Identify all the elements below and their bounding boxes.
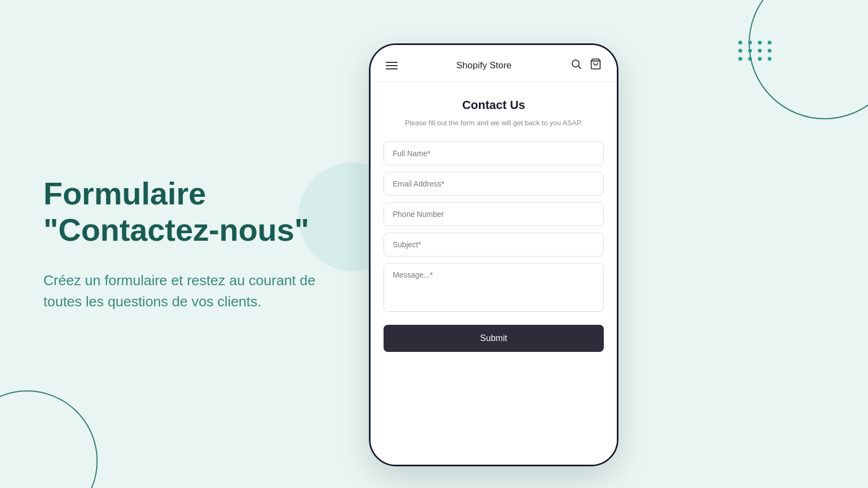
hamburger-menu-icon[interactable]: [386, 62, 398, 69]
contact-title: Contact Us: [384, 98, 604, 112]
svg-point-0: [572, 60, 579, 67]
phone-navbar: Shopify Store: [371, 45, 617, 82]
left-section: Formulaire "Contactez-nous" Créez un for…: [0, 0, 369, 488]
store-name: Shopify Store: [456, 60, 512, 71]
phone-content: Contact Us Please fill out the form and …: [371, 82, 617, 465]
main-title: Formulaire "Contactez-nous": [43, 176, 326, 248]
contact-subtitle: Please fill out the form and we will get…: [384, 118, 604, 129]
submit-button[interactable]: Submit: [384, 325, 604, 352]
phone-wrapper: Shopify Store Conta: [369, 43, 618, 466]
full-name-input[interactable]: [384, 142, 604, 165]
message-textarea[interactable]: [384, 263, 604, 312]
nav-icons: [570, 58, 602, 73]
cart-icon[interactable]: [590, 58, 602, 73]
svg-line-1: [578, 66, 580, 68]
phone-input[interactable]: [384, 202, 604, 226]
deco-dots: [738, 41, 773, 61]
subtitle: Créez un formulaire et restez au courant…: [43, 270, 326, 312]
email-input[interactable]: [384, 172, 604, 196]
search-icon[interactable]: [570, 58, 582, 73]
phone-frame: Shopify Store Conta: [369, 43, 618, 466]
subject-input[interactable]: [384, 233, 604, 256]
